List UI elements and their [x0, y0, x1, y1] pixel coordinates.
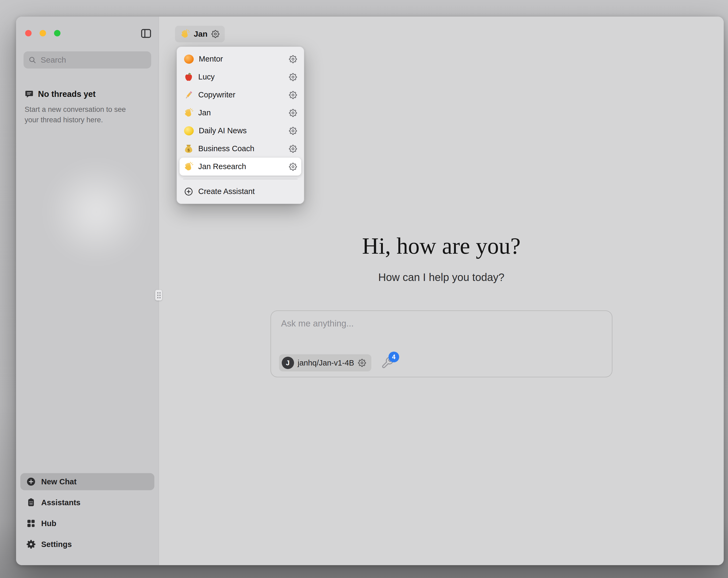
- menu-item-label: Jan Research: [198, 162, 284, 171]
- menu-item-label: Jan: [198, 108, 284, 117]
- model-avatar: J: [282, 357, 294, 369]
- nav-label: Hub: [41, 519, 56, 528]
- waving-hand-icon: [184, 162, 193, 172]
- assistant-switcher-button[interactable]: Jan: [175, 26, 225, 42]
- gear-icon[interactable]: [289, 55, 297, 63]
- sidebar-item-assistants[interactable]: Assistants: [20, 494, 154, 511]
- menu-item-label: Create Assistant: [198, 187, 297, 196]
- greeting-subtitle: How can I help you today?: [378, 271, 504, 284]
- chat-bubble-icon: [25, 90, 34, 99]
- sidebar-titlebar: [16, 17, 159, 47]
- assistant-name: Jan: [194, 29, 208, 39]
- menu-item-lucy[interactable]: Lucy: [180, 68, 301, 86]
- circle-plus-icon: [184, 187, 193, 196]
- yellow-circle-icon: [184, 126, 194, 135]
- sidebar-nav: New Chat Assistants Hub Settings: [16, 469, 159, 565]
- greeting-title: Hi, how are you?: [362, 234, 520, 257]
- sidebar: No threads yet Start a new conversation …: [16, 17, 159, 565]
- menu-item-label: Copywriter: [198, 91, 284, 99]
- sidebar-item-new-chat[interactable]: New Chat: [20, 473, 154, 490]
- menu-item-jan[interactable]: Jan: [180, 104, 301, 122]
- composer-input[interactable]: [281, 318, 602, 348]
- plus-circle-icon: [26, 477, 36, 486]
- menu-item-label: Lucy: [198, 73, 284, 81]
- tools-count-badge: 4: [389, 352, 399, 362]
- grip-dots-icon: [157, 292, 160, 299]
- gear-icon[interactable]: [211, 30, 219, 38]
- menu-item-mentor[interactable]: Mentor: [180, 50, 301, 68]
- hub-grid-icon: [26, 519, 36, 528]
- composer-toolbar: J janhq/Jan-v1-4B 4: [279, 354, 394, 371]
- model-selector-button[interactable]: J janhq/Jan-v1-4B: [279, 354, 371, 371]
- settings-gear-icon: [26, 539, 36, 549]
- menu-item-create-assistant[interactable]: Create Assistant: [180, 182, 301, 200]
- sidebar-item-settings[interactable]: Settings: [20, 536, 154, 553]
- gear-icon[interactable]: [289, 127, 297, 135]
- menu-item-label: Daily AI News: [199, 126, 284, 135]
- app-window: No threads yet Start a new conversation …: [16, 17, 724, 565]
- sidebar-item-hub[interactable]: Hub: [20, 515, 154, 532]
- menu-item-copywriter[interactable]: Copywriter: [180, 86, 301, 104]
- gear-icon[interactable]: [289, 91, 297, 99]
- nav-label: Assistants: [41, 498, 80, 507]
- pane-resize-handle[interactable]: [155, 290, 162, 301]
- empty-state-description: Start a new conversation to see your thr…: [25, 104, 140, 125]
- tools-button[interactable]: 4: [381, 356, 394, 369]
- orange-circle-icon: [184, 55, 194, 64]
- empty-state: No threads yet Start a new conversation …: [25, 90, 150, 125]
- pencil-icon: [184, 90, 193, 100]
- search-icon: [28, 56, 36, 64]
- waving-hand-icon: [180, 29, 190, 39]
- menu-item-business-coach[interactable]: Business Coach: [180, 140, 301, 158]
- gear-icon[interactable]: [289, 109, 297, 117]
- minimize-button[interactable]: [40, 30, 46, 36]
- money-bag-icon: [184, 144, 193, 154]
- search-input[interactable]: [40, 55, 146, 65]
- model-name: janhq/Jan-v1-4B: [298, 358, 354, 368]
- hero: Hi, how are you? How can I help you toda…: [159, 234, 724, 377]
- menu-item-daily-ai-news[interactable]: Daily AI News: [180, 122, 301, 140]
- gear-icon[interactable]: [358, 359, 366, 367]
- waving-hand-icon: [184, 108, 193, 118]
- gear-icon[interactable]: [289, 145, 297, 153]
- main-area: Jan Mentor Lucy Copywriter Jan: [159, 17, 724, 565]
- sidebar-glow: [46, 161, 147, 263]
- close-button[interactable]: [25, 30, 31, 36]
- nav-label: New Chat: [41, 477, 77, 486]
- red-apple-icon: [184, 72, 193, 82]
- nav-label: Settings: [41, 540, 72, 549]
- assistant-menu: Mentor Lucy Copywriter Jan Daily AI News: [177, 47, 304, 204]
- search-field[interactable]: [24, 51, 151, 69]
- menu-item-label: Mentor: [199, 55, 284, 64]
- assistants-icon: [26, 498, 36, 507]
- empty-state-title: No threads yet: [38, 90, 96, 99]
- menu-separator: [183, 179, 297, 179]
- menu-item-jan-research[interactable]: Jan Research: [180, 158, 301, 176]
- zoom-button[interactable]: [54, 30, 60, 36]
- gear-icon[interactable]: [289, 73, 297, 81]
- composer[interactable]: J janhq/Jan-v1-4B 4: [270, 310, 613, 377]
- window-controls: [25, 30, 60, 36]
- menu-item-label: Business Coach: [198, 144, 284, 153]
- gear-icon[interactable]: [289, 163, 297, 171]
- toggle-sidebar-icon[interactable]: [140, 27, 152, 40]
